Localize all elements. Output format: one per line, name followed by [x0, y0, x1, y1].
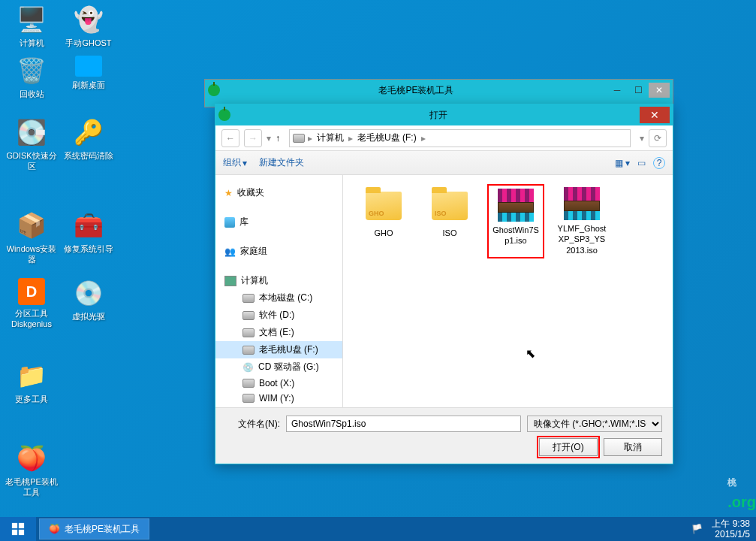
archive-icon	[498, 189, 534, 222]
close-button[interactable]: ✕	[640, 107, 670, 123]
up-button[interactable]: ↑	[276, 133, 280, 144]
filename-label: 文件名(N):	[226, 418, 280, 431]
maximize-button[interactable]: ☐	[628, 83, 649, 98]
desktop-icon-gdisk[interactable]: 💽GDISK快速分区	[5, 117, 59, 172]
computer-icon: 🖥️	[17, 5, 47, 35]
drive-icon	[242, 328, 255, 337]
forward-button[interactable]: →	[244, 129, 262, 147]
sidebar-drive-f[interactable]: 老毛桃U盘 (F:)	[215, 341, 342, 358]
back-button[interactable]: ←	[221, 129, 239, 147]
refresh-icon	[75, 56, 102, 77]
filename-input[interactable]	[286, 416, 521, 432]
desktop-icon-refresh[interactable]: 刷新桌面	[62, 56, 116, 90]
refresh-button[interactable]: ⟳	[649, 129, 667, 147]
file-item-ylmf[interactable]: YLMF_GhostXP_SP3_YS2013.iso	[553, 184, 610, 258]
folder-icon: ISO	[432, 192, 468, 220]
sidebar-drive-d[interactable]: 软件 (D:)	[215, 307, 342, 324]
drive-icon	[242, 394, 255, 403]
chevron-down-icon[interactable]: ▾	[640, 133, 644, 144]
sidebar-drive-y[interactable]: WIM (Y:)	[215, 391, 342, 406]
svg-rect-0	[12, 523, 17, 528]
peach-icon: 🍑	[17, 443, 47, 473]
peach-icon	[218, 109, 230, 121]
ghost-icon: 👻	[74, 5, 104, 35]
crumb-drive[interactable]: 老毛桃U盘 (F:)	[356, 131, 418, 144]
cd-icon: 💿	[242, 362, 254, 373]
dialog-title: 打开	[236, 109, 640, 122]
desktop-icon-peloader[interactable]: 🍑老毛桃PE装机工具	[5, 443, 59, 498]
box-icon: 📦	[17, 210, 47, 240]
drive-icon	[242, 346, 255, 355]
chevron-down-icon[interactable]: ▾	[267, 133, 271, 144]
minimize-button[interactable]: ─	[607, 83, 628, 98]
sidebar-drive-e[interactable]: 文档 (E:)	[215, 324, 342, 341]
chevron-down-icon: ▾	[242, 158, 247, 168]
toolbar: 组织 ▾ 新建文件夹 ▦ ▾ ▭ ?	[215, 151, 673, 175]
desktop-icon-ghost[interactable]: 👻手动GHOST	[62, 5, 116, 48]
dialog-footer: 文件名(N): 映像文件 (*.GHO;*.WIM;*.ISO 打开(O) 取消	[215, 407, 673, 464]
desktop-icon-wininstall[interactable]: 📦Windows安装器	[5, 210, 59, 265]
recycle-icon: 🗑️	[17, 56, 47, 86]
desktop-icon-recycle[interactable]: 🗑️回收站	[5, 56, 59, 99]
close-button[interactable]: ✕	[649, 83, 670, 98]
drive-icon	[242, 379, 255, 388]
sidebar-favorites[interactable]: ★收藏夹	[215, 184, 342, 201]
drive-icon	[242, 311, 255, 320]
desktop-icon-moretools[interactable]: 📁更多工具	[5, 361, 59, 404]
key-icon: 🔑	[74, 117, 104, 147]
sidebar-drive-g[interactable]: 💿CD 驱动器 (G:)	[215, 358, 342, 376]
help-button[interactable]: ?	[653, 157, 665, 169]
desktop-icon-password[interactable]: 🔑系统密码清除	[62, 117, 116, 161]
desktop-icon-diskgenius[interactable]: D分区工具Diskgenius	[5, 278, 59, 330]
view-button[interactable]: ▦ ▾	[615, 158, 630, 168]
folder-icon: 📁	[17, 361, 47, 391]
drive-icon	[293, 134, 305, 143]
diskgenius-icon: D	[18, 278, 45, 305]
open-button[interactable]: 打开(O)	[539, 438, 598, 456]
toolbox-icon: 🧰	[74, 210, 104, 240]
file-item-folder-gho[interactable]: GHO GHO	[355, 184, 412, 258]
crumb-computer[interactable]: 计算机	[315, 131, 345, 144]
archive-icon	[564, 187, 600, 220]
breadcrumb[interactable]: ▸ 计算机 ▸ 老毛桃U盘 (F:) ▸	[289, 129, 631, 147]
file-list[interactable]: GHO GHO ISO ISO GhostWin7Sp1.iso YLMF_Gh…	[343, 175, 673, 407]
sidebar-drive-x[interactable]: Boot (X:)	[215, 376, 342, 391]
sidebar-computer[interactable]: 计算机	[215, 272, 342, 289]
start-button[interactable]	[0, 517, 36, 541]
desktop-icon-virtualcd[interactable]: 💿虚拟光驱	[62, 278, 116, 322]
open-file-dialog: 打开 ✕ ← → ▾ ↑ ▸ 计算机 ▸ 老毛桃U盘 (F:) ▸ ▾ ⟳ 组织…	[215, 104, 673, 464]
organize-menu[interactable]: 组织 ▾	[223, 156, 247, 169]
drive-icon	[242, 294, 255, 303]
tray-flag-icon[interactable]: 🏳️	[691, 524, 703, 534]
desktop-icon-computer[interactable]: 🖥️计算机	[5, 5, 59, 48]
new-folder-button[interactable]: 新建文件夹	[259, 156, 304, 169]
peach-icon	[208, 84, 220, 96]
taskbar-item-peloader[interactable]: 🍑 老毛桃PE装机工具	[39, 518, 149, 539]
cancel-button[interactable]: 取消	[604, 438, 662, 456]
svg-rect-3	[19, 530, 24, 535]
disk-icon: 💽	[17, 117, 47, 147]
windows-icon	[11, 522, 25, 536]
taskbar-clock[interactable]: 上午 9:38 2015/1/5	[712, 518, 750, 540]
sidebar: ★收藏夹 库 👥家庭组 计算机 本地磁盘 (C:) 软件 (D:) 文档 (E:…	[215, 175, 343, 407]
star-icon: ★	[224, 188, 233, 198]
homegroup-icon: 👥	[224, 246, 236, 257]
preview-pane-button[interactable]: ▭	[637, 158, 646, 168]
desktop-icon-bootfix[interactable]: 🧰修复系统引导	[62, 210, 116, 254]
library-icon	[224, 217, 235, 228]
dialog-titlebar[interactable]: 打开 ✕	[215, 104, 673, 125]
filter-select[interactable]: 映像文件 (*.GHO;*.WIM;*.ISO	[527, 416, 662, 432]
app-title: 老毛桃PE装机工具	[226, 84, 607, 97]
app-titlebar[interactable]: 老毛桃PE装机工具 ─ ☐ ✕	[205, 80, 673, 101]
computer-icon	[224, 276, 236, 286]
sidebar-library[interactable]: 库	[215, 213, 342, 231]
dialog-body: ★收藏夹 库 👥家庭组 计算机 本地磁盘 (C:) 软件 (D:) 文档 (E:…	[215, 175, 673, 407]
svg-rect-1	[19, 523, 24, 528]
folder-icon: GHO	[366, 192, 402, 220]
sidebar-homegroup[interactable]: 👥家庭组	[215, 243, 342, 260]
file-item-folder-iso[interactable]: ISO ISO	[421, 184, 478, 258]
sidebar-drive-c[interactable]: 本地磁盘 (C:)	[215, 289, 342, 307]
taskbar: 🍑 老毛桃PE装机工具 🏳️ 上午 9:38 2015/1/5	[0, 517, 756, 541]
nav-bar: ← → ▾ ↑ ▸ 计算机 ▸ 老毛桃U盘 (F:) ▸ ▾ ⟳	[215, 125, 673, 151]
file-item-ghostwin7[interactable]: GhostWin7Sp1.iso	[487, 184, 544, 258]
